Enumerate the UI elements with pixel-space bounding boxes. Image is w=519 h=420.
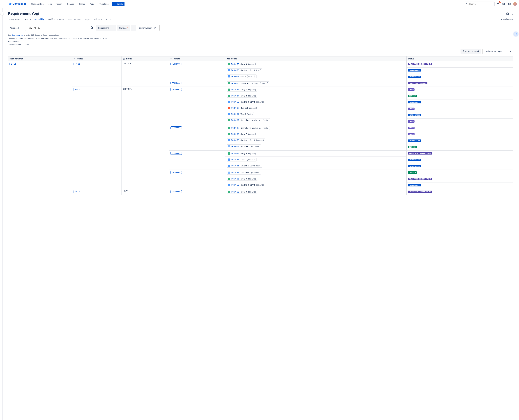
global-search[interactable]: [465, 1, 495, 6]
jira-issue[interactable]: TASK-87-User should be able to... (tests…: [227, 126, 270, 130]
column-header[interactable]: Status: [407, 56, 513, 61]
relates-key[interactable]: TECH-003: [170, 63, 182, 65]
jira-key[interactable]: TASK-56: [231, 184, 239, 186]
column-header[interactable]: Requirements: [8, 56, 72, 61]
jira-issue[interactable]: TASK-51-Task 2 (impacts): [227, 158, 257, 161]
jira-issue[interactable]: TASK-87-User should be able to... (tests…: [227, 118, 270, 122]
tab-search[interactable]: Search: [24, 17, 31, 22]
jira-issue[interactable]: TASK-55-Story 9 (impacts): [227, 190, 257, 194]
jira-key[interactable]: TASK-87: [231, 119, 239, 121]
assistant-badge-icon[interactable]: [514, 32, 518, 36]
page-settings-icon[interactable]: [506, 12, 509, 16]
tab-saved-matrices[interactable]: Saved matrices: [68, 17, 81, 22]
page-size-select[interactable]: 200 items per page: [482, 49, 513, 54]
notifications-icon[interactable]: 1: [496, 2, 500, 6]
requirement-key[interactable]: BR-01: [9, 63, 17, 65]
expand-sidebar-icon[interactable]: [0, 12, 4, 15]
jira-issue[interactable]: TASK-56-Starting a Sprint (impacts): [227, 100, 265, 104]
jira-key[interactable]: TASK-133: [231, 82, 240, 84]
tab-validation[interactable]: Validation: [94, 17, 102, 22]
jira-issue[interactable]: TASK-53-Story 7 (impacts): [227, 88, 257, 91]
nav-link-company-hub[interactable]: Company hub: [30, 2, 45, 6]
relates-key[interactable]: TECH-003: [170, 152, 182, 155]
relates-key[interactable]: TECH-002: [170, 127, 182, 129]
page-help-icon[interactable]: ?: [512, 12, 513, 16]
create-button[interactable]: ＋ Create: [112, 2, 124, 6]
column-header[interactable]: <- Relates: [169, 56, 225, 61]
jira-issue[interactable]: TASK-133-Story for TECH-008 (impacts): [227, 82, 269, 85]
nav-link-templates[interactable]: Templates: [98, 2, 110, 6]
jira-key[interactable]: TASK-87: [231, 127, 239, 129]
nav-link-recent[interactable]: Recent: [54, 2, 65, 6]
jira-key[interactable]: TASK-55: [231, 152, 239, 155]
jira-issue[interactable]: TASK-56-Starting a Sprint (impacts): [227, 183, 265, 187]
jira-issue[interactable]: TASK-47-Story 3 (impacts): [227, 94, 257, 98]
jira-key[interactable]: TASK-55: [231, 191, 239, 193]
jira-issue[interactable]: TASK-57-Sub-Task 1 (impacts): [227, 144, 261, 148]
jira-key[interactable]: TASK-55: [231, 63, 239, 65]
jira-issue[interactable]: TASK-53-Story 7 (impacts): [227, 132, 257, 136]
search-input[interactable]: [469, 3, 494, 5]
svg-rect-0: [3, 3, 3, 3]
jira-key[interactable]: TASK-51: [231, 158, 239, 161]
save-as-dropdown[interactable]: [131, 25, 136, 31]
jira-key[interactable]: TASK-56: [231, 101, 239, 103]
jira-key[interactable]: TASK-57: [231, 145, 239, 147]
variant-select[interactable]: Current variant: [137, 25, 160, 31]
query-input[interactable]: [27, 26, 89, 30]
jira-issue[interactable]: TASK-51-Task 2 (tests): [227, 112, 254, 116]
relates-key[interactable]: TECH-006: [170, 190, 182, 193]
column-header[interactable]: Jira issues: [225, 56, 407, 61]
jira-key[interactable]: TASK-68: [231, 107, 239, 109]
mode-select[interactable]: Advanced: [8, 25, 26, 31]
tab-modification-matrix[interactable]: Modification matrix: [47, 17, 64, 22]
column-header[interactable]: <- Refines: [72, 56, 121, 61]
jira-key[interactable]: TASK-55: [231, 178, 239, 180]
jira-issue[interactable]: TASK-55-Story 9 (impacts): [227, 177, 257, 181]
jira-key[interactable]: TASK-53: [231, 89, 239, 91]
column-header[interactable]: @Priority: [122, 56, 169, 61]
jira-issue[interactable]: TASK-55-Story 9 (impacts): [227, 62, 257, 66]
suggestions-button[interactable]: Suggestions: [96, 25, 116, 31]
jira-key[interactable]: TASK-56: [231, 69, 239, 71]
confluence-logo[interactable]: Confluence: [7, 2, 28, 6]
tab-traceability[interactable]: Traceability: [34, 17, 44, 22]
relates-key[interactable]: TECH-001: [170, 88, 182, 91]
save-as-button[interactable]: Save as *: [117, 25, 130, 31]
profile-avatar[interactable]: [513, 2, 517, 6]
relates-key[interactable]: TECH-008: [170, 82, 182, 84]
refines-key[interactable]: FN-06: [74, 88, 81, 91]
nav-link-home[interactable]: Home: [46, 2, 54, 6]
tab-getting-started[interactable]: Getting started: [8, 17, 21, 22]
administration-link[interactable]: Administration: [501, 17, 513, 22]
nav-link-spaces[interactable]: Spaces: [66, 2, 77, 6]
jira-key[interactable]: TASK-56: [231, 139, 239, 141]
jira-issue[interactable]: TASK-56-Starting a Sprint (tests): [227, 164, 262, 168]
jira-key[interactable]: TASK-57: [231, 172, 239, 174]
tab-pages[interactable]: Pages: [85, 17, 90, 22]
app-switcher-icon[interactable]: [2, 2, 6, 6]
jira-issue[interactable]: TASK-55-Story 9 (impacts): [227, 152, 257, 155]
relates-key[interactable]: TECH-005: [170, 171, 182, 174]
jira-key[interactable]: TASK-51: [231, 113, 239, 115]
settings-icon[interactable]: [507, 2, 512, 6]
jira-key[interactable]: TASK-53: [231, 133, 239, 135]
help-icon[interactable]: ?: [501, 2, 506, 6]
syntax-link[interactable]: Search syntax: [12, 34, 23, 36]
run-query-button[interactable]: [89, 25, 95, 31]
jira-key[interactable]: TASK-47: [231, 95, 239, 97]
nav-link-teams[interactable]: Teams: [77, 2, 88, 6]
refines-key[interactable]: FN-08: [74, 190, 81, 193]
jira-key[interactable]: TASK-51: [231, 75, 239, 77]
refines-key[interactable]: FN-01: [74, 63, 81, 65]
jira-issue[interactable]: TASK-51-Task 2 (impacts): [227, 75, 257, 78]
nav-link-apps[interactable]: Apps: [88, 2, 98, 6]
jira-issue[interactable]: TASK-56-Starting a Sprint (tests): [227, 68, 262, 72]
jira-issue[interactable]: TASK-68-Bug test (impacts): [227, 106, 258, 110]
jira-key[interactable]: TASK-56: [231, 165, 239, 167]
clear-icon[interactable]: [154, 27, 156, 29]
tab-import[interactable]: Import: [106, 17, 111, 22]
jira-issue[interactable]: TASK-56-Starting a Sprint (impacts): [227, 138, 265, 142]
jira-issue[interactable]: TASK-57-Sub-Task 1 (impacts): [227, 171, 261, 174]
export-excel-button[interactable]: Export to Excel: [460, 49, 481, 54]
